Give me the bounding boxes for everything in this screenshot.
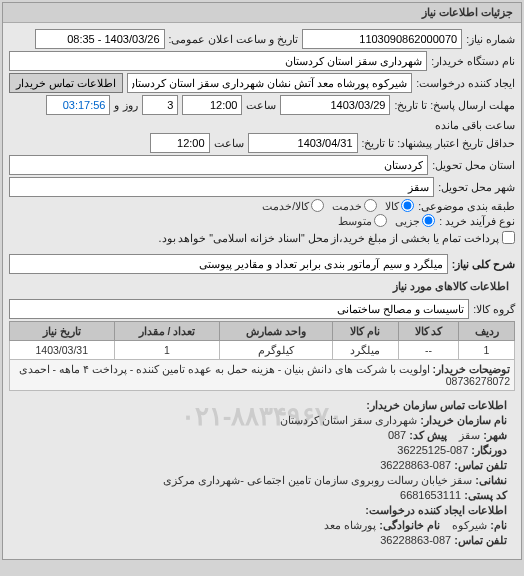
radio-goods[interactable] bbox=[401, 199, 414, 212]
table-row[interactable]: 1 -- میلگرد کیلوگرم 1 1403/03/31 bbox=[10, 341, 515, 360]
td-code: -- bbox=[398, 341, 458, 360]
radio-medium[interactable] bbox=[374, 214, 387, 227]
req-phone-label: تلفن تماس: bbox=[454, 534, 507, 546]
req-phone-value: 087-36228863 bbox=[380, 534, 451, 546]
remaining-days-input[interactable] bbox=[142, 95, 178, 115]
purchase-note-checkbox[interactable] bbox=[502, 231, 515, 244]
prefix-label: پیش کد: bbox=[409, 429, 447, 441]
radio-goods-service-text: کالا/خدمت bbox=[262, 200, 309, 212]
fax-label: دورنگار: bbox=[471, 444, 507, 456]
validity-label: حداقل تاریخ اعتبار پیشنهاد: تا تاریخ: bbox=[362, 137, 515, 149]
remaining-label: ساعت باقی مانده bbox=[435, 119, 515, 131]
radio-medium-text: متوسط bbox=[338, 215, 372, 227]
purchase-type-label: نوع فرآیند خرید : bbox=[439, 215, 515, 227]
response-deadline-label: مهلت ارسال پاسخ: تا تاریخ: bbox=[394, 99, 515, 111]
radio-medium-label[interactable]: متوسط bbox=[338, 214, 387, 227]
radio-service[interactable] bbox=[364, 199, 377, 212]
delivery-city-input[interactable] bbox=[9, 177, 434, 197]
contact-section: ۰۲۱-۸۸۳۴۹۶۷۰ اطلاعات تماس سازمان خریدار:… bbox=[9, 391, 515, 555]
radio-service-text: خدمت bbox=[332, 200, 362, 212]
table-header-row: ردیف کد کالا نام کالا واحد شمارش تعداد /… bbox=[10, 322, 515, 341]
th-unit: واحد شمارش bbox=[220, 322, 332, 341]
validity-date-input[interactable] bbox=[248, 133, 358, 153]
need-number-input[interactable] bbox=[302, 29, 462, 49]
remarks-row: توضیحات خریدار: اولویت با شرکت های دانش … bbox=[10, 360, 515, 391]
goods-table: ردیف کد کالا نام کالا واحد شمارش تعداد /… bbox=[9, 321, 515, 391]
public-datetime-label: تاریخ و ساعت اعلان عمومی: bbox=[169, 33, 299, 45]
phone-value: 087-36228863 bbox=[380, 459, 451, 471]
requester-input[interactable] bbox=[127, 73, 412, 93]
remaining-time-input bbox=[46, 95, 110, 115]
th-qty: تعداد / مقدار bbox=[114, 322, 220, 341]
address-label: نشانی: bbox=[475, 474, 507, 486]
validity-hour-input[interactable] bbox=[150, 133, 210, 153]
details-panel: جزئیات اطلاعات نیاز شماره نیاز: تاریخ و … bbox=[2, 2, 522, 560]
day-label: روز bbox=[123, 99, 138, 111]
radio-partial[interactable] bbox=[422, 214, 435, 227]
requester-label: ایجاد کننده درخواست: bbox=[416, 77, 515, 89]
postal-value: 6681653111 bbox=[400, 489, 461, 501]
subject-class-radios: کالا خدمت کالا/خدمت bbox=[262, 199, 414, 212]
panel-title: جزئیات اطلاعات نیاز bbox=[3, 3, 521, 23]
delivery-city-label: شهر محل تحویل: bbox=[438, 181, 515, 193]
th-name: نام کالا bbox=[332, 322, 398, 341]
contact-info-title: اطلاعات تماس سازمان خریدار: bbox=[366, 399, 507, 411]
org-name-label: نام سازمان خریدار: bbox=[420, 414, 507, 426]
th-row: ردیف bbox=[459, 322, 515, 341]
hour-label-2: ساعت bbox=[214, 137, 244, 149]
purchase-note-text: پرداخت تمام یا بخشی از مبلغ خرید،از محل … bbox=[159, 232, 499, 244]
response-hour-input[interactable] bbox=[182, 95, 242, 115]
radio-partial-label[interactable]: جزیی bbox=[395, 214, 435, 227]
form-body: شماره نیاز: تاریخ و ساعت اعلان عمومی: نا… bbox=[3, 23, 521, 559]
delivery-province-input[interactable] bbox=[9, 155, 428, 175]
radio-goods-text: کالا bbox=[385, 200, 399, 212]
response-date-input[interactable] bbox=[280, 95, 390, 115]
radio-service-label[interactable]: خدمت bbox=[332, 199, 377, 212]
goods-info-title: اطلاعات کالاهای مورد نیاز bbox=[9, 276, 515, 297]
phone-label: تلفن تماس: bbox=[454, 459, 507, 471]
radio-goods-label[interactable]: کالا bbox=[385, 199, 414, 212]
fax-value: 087-36225125 bbox=[397, 444, 468, 456]
buyer-contact-button[interactable]: اطلاعات تماس خریدار bbox=[9, 73, 123, 93]
buyer-device-label: نام دستگاه خریدار: bbox=[431, 55, 515, 67]
td-date: 1403/03/31 bbox=[10, 341, 115, 360]
hour-label-1: ساعت bbox=[246, 99, 276, 111]
need-desc-input[interactable] bbox=[9, 254, 448, 274]
radio-goods-service-label[interactable]: کالا/خدمت bbox=[262, 199, 324, 212]
subject-class-label: طبقه بندی موضوعی: bbox=[418, 200, 515, 212]
td-name: میلگرد bbox=[332, 341, 398, 360]
td-unit: کیلوگرم bbox=[220, 341, 332, 360]
delivery-province-label: استان محل تحویل: bbox=[432, 159, 515, 171]
th-date: تاریخ نیاز bbox=[10, 322, 115, 341]
public-datetime-input[interactable] bbox=[35, 29, 165, 49]
need-number-label: شماره نیاز: bbox=[466, 33, 515, 45]
req-name-label: نام: bbox=[490, 519, 507, 531]
need-desc-label: شرح کلی نیاز: bbox=[452, 258, 515, 270]
city-value: سقز bbox=[459, 429, 480, 441]
purchase-type-radios: جزیی متوسط bbox=[338, 214, 435, 227]
city-label: شهر: bbox=[483, 429, 507, 441]
req-name-value: شیرکوه bbox=[452, 519, 487, 531]
goods-group-label: گروه کالا: bbox=[473, 303, 515, 315]
td-qty: 1 bbox=[114, 341, 220, 360]
th-code: کد کالا bbox=[398, 322, 458, 341]
purchase-note-wrap[interactable]: پرداخت تمام یا بخشی از مبلغ خرید،از محل … bbox=[159, 231, 515, 244]
prefix-value: 087 bbox=[388, 429, 406, 441]
td-row: 1 bbox=[459, 341, 515, 360]
buyer-device-input[interactable] bbox=[9, 51, 427, 71]
requester-info-title: اطلاعات ایجاد کننده درخواست: bbox=[365, 504, 507, 516]
address-value: سقز خیابان رسالت روبروی سازمان تامین اجت… bbox=[163, 474, 472, 486]
org-name-value: شهرداری سقز استان کردستان bbox=[280, 414, 417, 426]
req-family-value: پورشاه معد bbox=[324, 519, 376, 531]
req-family-label: نام خانوادگی: bbox=[379, 519, 440, 531]
radio-goods-service[interactable] bbox=[311, 199, 324, 212]
and-label: و bbox=[114, 99, 119, 111]
radio-partial-text: جزیی bbox=[395, 215, 420, 227]
postal-label: کد پستی: bbox=[464, 489, 507, 501]
buyer-remarks-label: توضیحات خریدار: bbox=[433, 363, 510, 375]
goods-group-input[interactable] bbox=[9, 299, 469, 319]
